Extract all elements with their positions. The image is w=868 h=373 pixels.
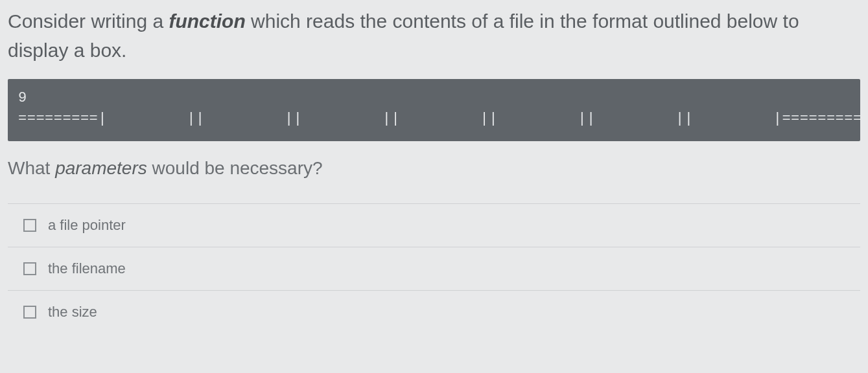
- subq-post: would be necessary?: [147, 158, 323, 178]
- options-list: a file pointer the filename the size: [8, 203, 860, 333]
- question-prompt: Consider writing a function which reads …: [8, 6, 860, 65]
- sub-question: What parameters would be necessary?: [8, 158, 860, 179]
- subq-pre: What: [8, 158, 55, 178]
- code-line-1: 9: [18, 90, 27, 106]
- checkbox-icon[interactable]: [23, 219, 36, 232]
- code-block: 9 =========| || || || || || || |========…: [8, 79, 860, 141]
- option-file-pointer[interactable]: a file pointer: [8, 204, 860, 247]
- option-label: the filename: [48, 260, 126, 277]
- option-filename[interactable]: the filename: [8, 247, 860, 291]
- question-pre: Consider writing a: [8, 10, 169, 32]
- checkbox-icon[interactable]: [23, 262, 36, 275]
- code-line-2: =========| || || || || || || |=========: [18, 111, 860, 127]
- option-label: the size: [48, 304, 97, 321]
- option-label: a file pointer: [48, 217, 126, 234]
- question-em: function: [169, 10, 245, 32]
- option-size[interactable]: the size: [8, 291, 860, 333]
- subq-em: parameters: [55, 158, 147, 178]
- checkbox-icon[interactable]: [23, 306, 36, 319]
